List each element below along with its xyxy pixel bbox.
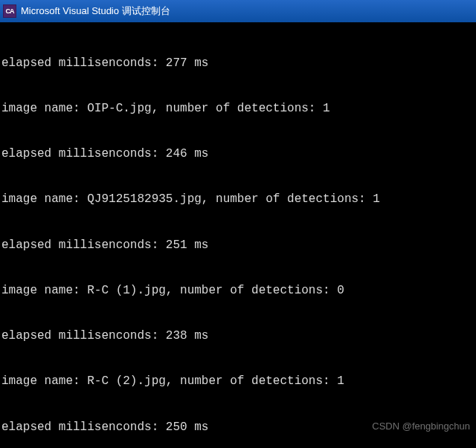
window-titlebar[interactable]: CA Microsoft Visual Studio 调试控制台 (0, 0, 476, 22)
console-line: elapsed millisenconds: 238 ms (1, 328, 475, 343)
app-icon: CA (3, 4, 16, 18)
window-title: Microsoft Visual Studio 调试控制台 (21, 4, 170, 18)
console-line: image name: R-C (2).jpg, number of detec… (1, 374, 475, 389)
console-line: elapsed millisenconds: 250 ms (1, 420, 475, 435)
console-line: image name: OIP-C.jpg, number of detecti… (1, 101, 475, 116)
console-line: image name: R-C (1).jpg, number of detec… (1, 283, 475, 298)
console-line: elapsed millisenconds: 246 ms (1, 146, 475, 161)
console-line: elapsed millisenconds: 251 ms (1, 238, 475, 253)
console-line: elapsed millisenconds: 277 ms (1, 56, 475, 71)
console-line: image name: QJ9125182935.jpg, number of … (1, 192, 475, 207)
console-output[interactable]: elapsed millisenconds: 277 ms image name… (0, 22, 476, 448)
